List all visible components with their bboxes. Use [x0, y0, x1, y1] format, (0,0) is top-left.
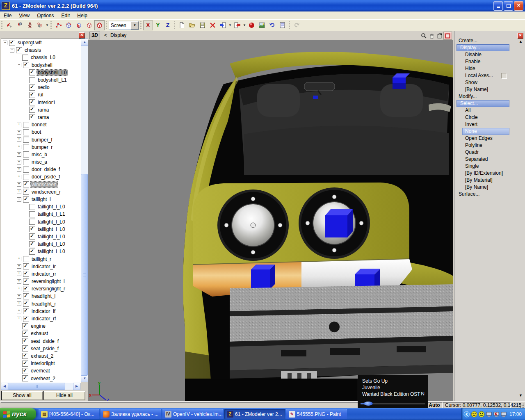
- open-file-icon[interactable]: [187, 20, 197, 30]
- expand-icon[interactable]: +: [17, 167, 21, 172]
- tree-item-label[interactable]: reversinglight_l: [31, 278, 66, 284]
- visibility-checkbox[interactable]: ✓: [29, 241, 35, 247]
- tree-item-boot[interactable]: +boot: [1, 128, 81, 136]
- start-button[interactable]: пуск: [0, 408, 36, 420]
- visibility-checkbox[interactable]: [23, 256, 29, 262]
- toolbar-grip[interactable]: [1, 21, 2, 30]
- auto-field[interactable]: Auto: [426, 402, 443, 409]
- command-single[interactable]: Single: [455, 163, 509, 170]
- toolbar-grip[interactable]: [289, 21, 290, 30]
- tree-item-reversinglight-l[interactable]: +✓reversinglight_l: [1, 278, 81, 285]
- visibility-checkbox[interactable]: ✓: [29, 99, 35, 105]
- tree-item-label[interactable]: bodyshell_L1: [37, 77, 68, 83]
- visibility-checkbox[interactable]: ✓: [22, 331, 28, 337]
- command-show[interactable]: Show: [455, 79, 509, 86]
- tree-item-supergt-wft[interactable]: −✓supergt.wft: [1, 39, 81, 46]
- taskbar-task-openiv-vehicles-im[interactable]: IVOpenIV - vehicles.im...: [162, 409, 223, 419]
- tree-hscrollbar[interactable]: ◀ ▶: [1, 383, 80, 390]
- tree-item-label[interactable]: door_pside_f: [31, 174, 61, 180]
- toolbar-grip[interactable]: [50, 21, 52, 30]
- visibility-checkbox[interactable]: ✓: [23, 308, 29, 314]
- visibility-checkbox[interactable]: ✓: [16, 47, 22, 53]
- command-separated[interactable]: Separated: [455, 156, 509, 163]
- clock[interactable]: 17:00: [509, 411, 522, 417]
- space-combobox[interactable]: Screen ▼: [109, 21, 139, 30]
- chevron-down-icon[interactable]: ▼: [131, 21, 139, 30]
- command-create[interactable]: Create...: [455, 37, 509, 44]
- visibility-checkbox[interactable]: [22, 55, 28, 61]
- taskbar-task-[interactable]: Заливка удалась - ...: [100, 409, 161, 419]
- tree-item-label[interactable]: bodyshell: [31, 62, 53, 68]
- expand-icon[interactable]: +: [17, 152, 21, 157]
- tree-item-taillight-l-l1[interactable]: taillight_l_L1: [1, 210, 81, 218]
- expand-icon[interactable]: +: [17, 257, 21, 261]
- command-by-id-extension[interactable]: [By ID/Extension]: [455, 170, 509, 177]
- tree-item-label[interactable]: taillight_l_L0: [37, 226, 66, 232]
- maximize-viewport-icon[interactable]: [443, 32, 452, 40]
- tree-item-label[interactable]: taillight_r: [31, 256, 52, 262]
- save-file-icon[interactable]: [197, 20, 208, 30]
- tree-item-rama[interactable]: ✓rama: [1, 106, 81, 114]
- menu-options[interactable]: Options: [33, 12, 57, 19]
- visibility-checkbox[interactable]: [23, 144, 29, 150]
- tree-item-rul[interactable]: ✓rul: [1, 91, 81, 98]
- dummy-box-taillight[interactable]: [325, 209, 353, 237]
- resize-grip[interactable]: [519, 403, 525, 408]
- menu-edit[interactable]: Edit: [58, 12, 74, 19]
- zoom-icon[interactable]: [420, 32, 428, 39]
- expand-icon[interactable]: +: [17, 309, 21, 313]
- command-all[interactable]: All: [455, 107, 509, 114]
- toolbar-grip[interactable]: [174, 21, 175, 30]
- expand-icon[interactable]: +: [17, 182, 21, 187]
- command-none[interactable]: None: [462, 128, 509, 135]
- tree-item-label[interactable]: bodyshell_L0: [37, 70, 68, 75]
- tree-item-headlight-l[interactable]: +✓headlight_l: [1, 292, 81, 300]
- tree-item-label[interactable]: overheat: [30, 368, 51, 374]
- expand-icon[interactable]: +: [17, 189, 21, 194]
- menu-view[interactable]: View: [15, 12, 33, 19]
- tree-item-label[interactable]: overheat_2: [30, 376, 56, 381]
- command-panel-close-icon[interactable]: ✕: [517, 33, 523, 39]
- visibility-checkbox[interactable]: ✓: [22, 323, 28, 329]
- taskbar-task-545555-png-paint[interactable]: ✎545555.PNG - Paint: [286, 409, 347, 419]
- local-axes-box[interactable]: [501, 73, 507, 79]
- tree-item-label[interactable]: taillight_l_L0: [37, 234, 66, 240]
- tree-close-icon[interactable]: ✕: [79, 32, 85, 39]
- visibility-checkbox[interactable]: ✓: [23, 181, 29, 187]
- faces-mode-icon[interactable]: [74, 20, 84, 30]
- visibility-checkbox[interactable]: [23, 122, 29, 128]
- menu-help[interactable]: Help: [73, 12, 91, 19]
- tree-item-engine[interactable]: ✓engine: [1, 322, 81, 330]
- expand-icon[interactable]: +: [17, 294, 21, 299]
- visibility-checkbox[interactable]: ✓: [29, 226, 35, 232]
- expand-icon[interactable]: +: [17, 160, 21, 164]
- tree-item-door-dside-f[interactable]: +door_dside_f: [1, 166, 81, 173]
- axis-x-button[interactable]: X: [143, 21, 153, 30]
- visibility-checkbox[interactable]: [29, 204, 35, 210]
- visibility-checkbox[interactable]: ✓: [23, 263, 29, 269]
- tree-item-label[interactable]: sedlo: [37, 84, 50, 90]
- scroll-down-icon[interactable]: ▼: [81, 375, 89, 382]
- visibility-checkbox[interactable]: ✓: [23, 286, 29, 292]
- tree-item-label[interactable]: door_dside_f: [31, 167, 61, 172]
- tree-item-label[interactable]: taillight_l: [31, 196, 52, 202]
- scroll-up-icon[interactable]: ▲: [81, 39, 89, 46]
- show-all-button[interactable]: Show all: [1, 391, 43, 400]
- visibility-checkbox[interactable]: [29, 77, 35, 83]
- panel-scroll-down-icon[interactable]: ▼: [519, 393, 523, 397]
- visibility-checkbox[interactable]: ✓: [29, 92, 35, 98]
- visibility-checkbox[interactable]: ✓: [23, 62, 29, 68]
- visibility-checkbox[interactable]: [23, 167, 29, 173]
- scene-tree[interactable]: −✓supergt.wft−✓chassischassis_L0−✓bodysh…: [1, 39, 81, 383]
- visibility-checkbox[interactable]: ✓: [23, 271, 29, 277]
- tree-item-label[interactable]: exhaust: [30, 331, 49, 336]
- tree-item-label[interactable]: indicator_lr: [31, 264, 57, 269]
- taillight-left[interactable]: [218, 190, 288, 260]
- command-open-edges[interactable]: Open Edges: [455, 135, 509, 142]
- tree-item-exhaust-2[interactable]: ✓exhaust_2: [1, 352, 81, 360]
- visibility-checkbox[interactable]: [29, 211, 35, 217]
- tree-item-windscreen[interactable]: +✓windscreen: [1, 181, 81, 188]
- toolbar-grip[interactable]: [106, 21, 107, 30]
- tree-item-label[interactable]: supergt.wft: [17, 40, 43, 46]
- edges-mode-icon[interactable]: [64, 20, 74, 30]
